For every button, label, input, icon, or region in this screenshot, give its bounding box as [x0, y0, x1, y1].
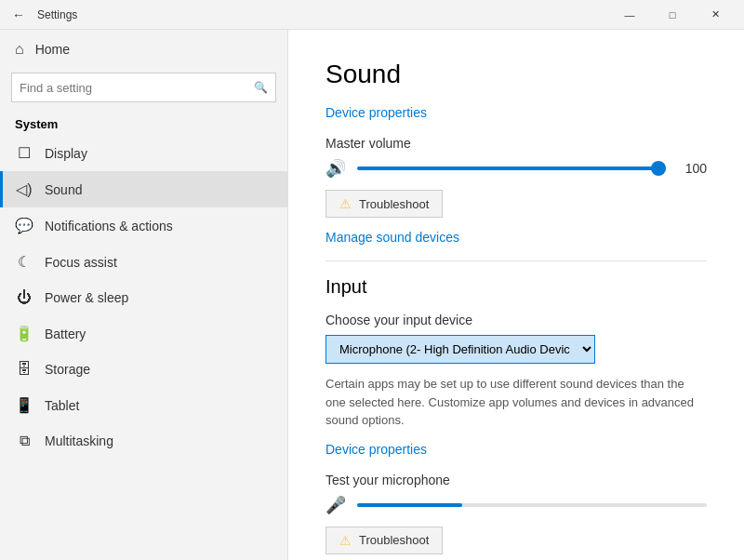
content-area: Sound Device properties Master volume 🔊 …: [288, 30, 744, 560]
mic-test-label: Test your microphone: [326, 473, 707, 487]
sidebar-item-multitasking[interactable]: ⧉ Multitasking: [0, 423, 287, 459]
display-label: Display: [45, 146, 87, 161]
troubleshoot-label: Troubleshoot: [359, 197, 429, 211]
sidebar-item-display[interactable]: ☐ Display: [0, 135, 287, 171]
input-device-properties-link[interactable]: Device properties: [326, 442, 427, 457]
troubleshoot2-button[interactable]: ⚠ Troubleshoot: [326, 527, 443, 554]
master-volume-label: Master volume: [326, 136, 707, 151]
titlebar: ← Settings — □ ✕: [0, 0, 744, 30]
sidebar-item-focus[interactable]: ☾ Focus assist: [0, 244, 287, 280]
main-layout: ⌂ Home 🔍 System ☐ Display ◁) Sound 💬 Not…: [0, 30, 744, 560]
home-icon: ⌂: [15, 41, 24, 58]
storage-label: Storage: [45, 362, 90, 377]
search-input[interactable]: [20, 81, 254, 95]
notifications-icon: 💬: [15, 217, 33, 234]
search-box: 🔍: [11, 73, 276, 102]
window-controls: — □ ✕: [608, 0, 737, 30]
volume-value: 100: [677, 161, 707, 176]
multitasking-icon: ⧉: [15, 433, 33, 449]
sound-icon: ◁): [15, 180, 33, 198]
input-device-select[interactable]: Microphone (2- High Definition Audio Dev…: [326, 335, 595, 364]
sidebar-item-storage[interactable]: 🗄 Storage: [0, 352, 287, 387]
warning-icon: ⚠: [339, 196, 352, 211]
close-button[interactable]: ✕: [694, 0, 737, 30]
sidebar-item-tablet[interactable]: 📱 Tablet: [0, 387, 287, 423]
minimize-button[interactable]: —: [608, 0, 651, 30]
back-button[interactable]: ←: [7, 4, 30, 26]
battery-icon: 🔋: [15, 325, 33, 342]
sidebar-item-battery[interactable]: 🔋 Battery: [0, 315, 287, 352]
input-heading: Input: [326, 276, 707, 298]
sidebar-item-sound[interactable]: ◁) Sound: [0, 171, 287, 207]
battery-label: Battery: [45, 327, 86, 341]
microphone-icon: 🎤: [326, 495, 346, 515]
manage-sound-devices-link[interactable]: Manage sound devices: [326, 230, 459, 245]
sidebar-item-home[interactable]: ⌂ Home: [0, 30, 287, 69]
sidebar-section-title: System: [0, 110, 287, 135]
storage-icon: 🗄: [15, 361, 33, 378]
sidebar-item-power[interactable]: ⏻ Power & sleep: [0, 280, 287, 315]
multitasking-label: Multitasking: [45, 433, 113, 448]
focus-label: Focus assist: [45, 255, 117, 270]
power-icon: ⏻: [15, 289, 33, 306]
search-icon: 🔍: [254, 81, 268, 94]
troubleshoot2-label: Troubleshoot: [359, 533, 429, 547]
volume-slider-container: [357, 159, 666, 178]
notifications-label: Notifications & actions: [45, 219, 173, 233]
input-device-label: Choose your input device: [326, 313, 707, 327]
divider: [326, 260, 707, 261]
page-title: Sound: [326, 60, 707, 89]
mic-test-row: 🎤: [326, 495, 707, 515]
volume-row: 🔊 100: [326, 158, 707, 179]
device-properties-link[interactable]: Device properties: [326, 105, 427, 120]
warning2-icon: ⚠: [339, 533, 352, 548]
maximize-button[interactable]: □: [651, 0, 694, 30]
sound-label: Sound: [45, 182, 82, 197]
home-label: Home: [35, 42, 70, 57]
mic-level-track: [357, 503, 707, 507]
sidebar: ⌂ Home 🔍 System ☐ Display ◁) Sound 💬 Not…: [0, 30, 288, 560]
mic-level-fill: [357, 503, 462, 507]
display-icon: ☐: [15, 144, 33, 162]
sidebar-item-notifications[interactable]: 💬 Notifications & actions: [0, 207, 287, 244]
power-label: Power & sleep: [45, 290, 128, 305]
troubleshoot-button[interactable]: ⚠ Troubleshoot: [326, 190, 443, 218]
titlebar-title: Settings: [37, 8, 77, 21]
info-text: Certain apps may be set up to use differ…: [326, 375, 707, 430]
tablet-icon: 📱: [15, 396, 33, 414]
volume-slider[interactable]: [357, 167, 666, 170]
tablet-label: Tablet: [45, 398, 79, 413]
focus-icon: ☾: [15, 253, 33, 271]
volume-icon: 🔊: [326, 158, 346, 179]
